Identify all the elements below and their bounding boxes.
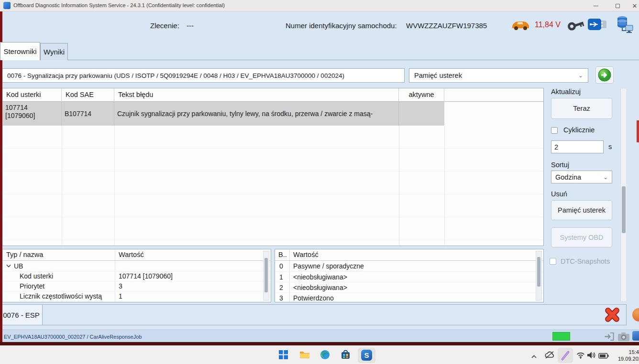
title-bar: Offboard Diagnostic Information System S… bbox=[0, 0, 639, 11]
detail-value: 1 bbox=[115, 291, 122, 301]
bit-value: Potwierdzono bbox=[289, 293, 334, 303]
diagnostic-app-button[interactable]: S bbox=[361, 350, 372, 361]
fault-row[interactable]: 107714 [1079060] B107714 Czujnik sygnali… bbox=[2, 102, 543, 126]
column-header-kod-sae[interactable]: Kod SAE bbox=[62, 88, 114, 102]
sort-dropdown-value: Godzina bbox=[555, 173, 603, 181]
status-bits-scrollbar[interactable] bbox=[536, 251, 542, 300]
dtc-snapshots-checkbox[interactable] bbox=[550, 258, 556, 265]
details-scrollbar-thumb[interactable] bbox=[264, 258, 268, 292]
column-header-kod-usterki[interactable]: Kod usterki bbox=[2, 88, 62, 102]
detail-value: 3 bbox=[115, 281, 122, 291]
fault-active-cell bbox=[399, 102, 444, 126]
edge-browser-button[interactable] bbox=[320, 350, 330, 362]
frame-border-left bbox=[0, 11, 2, 343]
fault-code-cell: 107714 [1079060] bbox=[2, 102, 62, 126]
clock-date: 19.09.202 bbox=[618, 355, 639, 362]
session-tab-esp[interactable]: 0076 - ESP bbox=[0, 304, 43, 325]
close-session-button[interactable] bbox=[604, 306, 621, 323]
vehicle-icon bbox=[511, 18, 530, 32]
status-bit-row[interactable]: 3 Potwierdzono bbox=[275, 292, 543, 303]
store-icon bbox=[341, 350, 351, 360]
column-header-typ-nazwa[interactable]: Typ / nazwa bbox=[2, 249, 115, 260]
partial-icon-right bbox=[632, 308, 639, 322]
status-bit-row[interactable]: 1 <nieobsługiwana> bbox=[275, 271, 543, 282]
battery-icon[interactable] bbox=[598, 352, 609, 361]
column-header-tekst-bledu[interactable]: Tekst błędu bbox=[114, 88, 399, 102]
maximize-button[interactable] bbox=[608, 0, 627, 11]
main-scrollbar-thumb[interactable] bbox=[622, 186, 626, 233]
chevron-down-icon: ⌄ bbox=[603, 174, 608, 181]
onedrive-paused-icon[interactable] bbox=[545, 351, 555, 361]
fault-sae-cell: B107714 bbox=[62, 102, 114, 126]
vin-value: WVWZZZAUZFW197385 bbox=[406, 21, 487, 30]
interval-input[interactable] bbox=[551, 140, 604, 153]
order-value: --- bbox=[187, 21, 194, 30]
cyclic-label: Cyklicznie bbox=[563, 126, 595, 134]
bit-value: <nieobsługiwana> bbox=[289, 282, 347, 292]
column-header-wartosc[interactable]: Wartość bbox=[289, 249, 319, 260]
windows-logo-icon bbox=[279, 350, 288, 359]
file-explorer-button[interactable] bbox=[299, 350, 310, 361]
column-header-bit[interactable]: B.. bbox=[275, 249, 289, 260]
status-bits-scrollbar-thumb[interactable] bbox=[537, 257, 540, 287]
minimize-button[interactable] bbox=[587, 0, 605, 11]
minimize-icon bbox=[594, 6, 598, 6]
window-title: Offboard Diagnostic Information System S… bbox=[13, 2, 225, 8]
go-arrow-icon bbox=[598, 68, 611, 82]
bit-number: 1 bbox=[275, 272, 289, 282]
battery-voltage: 11,84 V bbox=[535, 21, 561, 29]
wifi-icon[interactable] bbox=[576, 352, 585, 361]
pen-tool-icon[interactable] bbox=[561, 350, 570, 363]
details-header: Typ / nazwa Wartość bbox=[2, 249, 271, 261]
tree-expander-icon[interactable] bbox=[6, 264, 11, 268]
bit-value: Pasywne / sporadyczne bbox=[289, 261, 364, 271]
update-now-label: Teraz bbox=[573, 105, 590, 112]
frame-mark-right bbox=[637, 120, 639, 142]
vin-label: Numer identyfikacyjny samochodu: bbox=[286, 21, 397, 30]
status-bit-row[interactable]: 0 Pasywne / sporadyczne bbox=[275, 261, 543, 271]
column-header-aktywne[interactable]: aktywne bbox=[399, 88, 444, 102]
clock-time: 15:4 bbox=[618, 349, 639, 355]
ms-store-button[interactable] bbox=[341, 350, 351, 362]
mode-dropdown[interactable]: Pamięć usterek ⌄ bbox=[409, 68, 588, 83]
empty-rows bbox=[2, 126, 543, 246]
sort-dropdown[interactable]: Godzina ⌄ bbox=[551, 171, 612, 183]
taskbar-clock[interactable]: 15:4 19.09.202 bbox=[618, 349, 639, 362]
volume-icon[interactable] bbox=[586, 351, 596, 361]
details-scrollbar[interactable] bbox=[263, 251, 269, 300]
tray-expand-chevron[interactable] bbox=[531, 352, 537, 361]
obd-systems-button[interactable]: Systemy OBD bbox=[551, 227, 612, 247]
update-now-button[interactable]: Teraz bbox=[551, 98, 612, 119]
fault-table: Kod usterki Kod SAE Tekst błędu aktywne … bbox=[2, 88, 544, 246]
fault-extra-cell bbox=[444, 102, 543, 126]
sort-label: Sortuj bbox=[551, 161, 569, 169]
column-header-wartosc[interactable]: Wartość bbox=[115, 249, 144, 260]
main-scrollbar[interactable] bbox=[620, 88, 627, 302]
detail-row[interactable]: Priorytet 3 bbox=[2, 281, 271, 291]
execute-button[interactable] bbox=[595, 66, 614, 84]
cyclic-checkbox[interactable] bbox=[551, 127, 558, 134]
detail-name: Kod usterki bbox=[2, 271, 115, 281]
status-bit-row[interactable]: 2 <nieobsługiwana> bbox=[275, 282, 543, 292]
orange-circle-icon bbox=[632, 308, 639, 321]
start-button[interactable] bbox=[279, 350, 288, 361]
edge-icon bbox=[320, 350, 330, 360]
tab-wyniki[interactable]: Wyniki bbox=[40, 43, 68, 60]
detail-row[interactable]: Kod usterki 107714 [1079060] bbox=[2, 271, 271, 281]
mode-dropdown-value: Pamięć usterek bbox=[414, 72, 578, 79]
dtc-snapshots-label: DTC-Snapshots bbox=[561, 257, 610, 265]
detail-row[interactable]: Licznik częstotliwości wystą 1 bbox=[2, 291, 271, 301]
delete-fault-memory-button[interactable]: Pamięć usterek bbox=[551, 200, 612, 220]
folder-icon bbox=[299, 350, 310, 359]
frame-border-bottom bbox=[0, 342, 639, 345]
interval-unit-label: s bbox=[608, 143, 612, 150]
status-bar: EV_EPHVA18AU3700000_002027 / CarAliveRes… bbox=[0, 330, 639, 343]
tab-sterowniki[interactable]: Sterowniki bbox=[0, 42, 40, 60]
tree-root-row[interactable]: UB bbox=[2, 261, 271, 271]
detail-value: 107714 [1079060] bbox=[115, 271, 173, 281]
close-button[interactable]: ✕ bbox=[630, 0, 639, 11]
ecu-selector[interactable]: 0076 - Sygnalizacja przy parkowaniu (UDS… bbox=[2, 68, 405, 83]
detail-name: Priorytet bbox=[2, 281, 115, 291]
job-status-text: EV_EPHVA18AU3700000_002027 / CarAliveRes… bbox=[4, 334, 142, 340]
connection-status-indicator bbox=[552, 332, 570, 341]
